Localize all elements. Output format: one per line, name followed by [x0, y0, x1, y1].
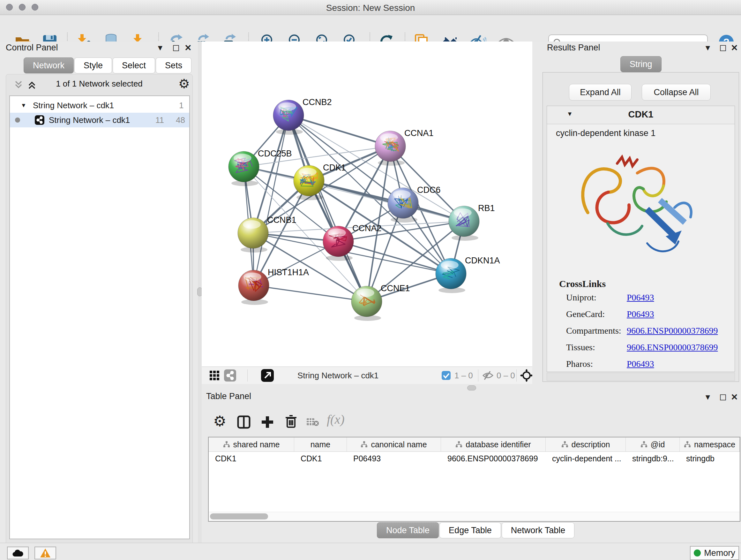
crosslink-link[interactable]: P06493 — [627, 359, 654, 369]
panel-maximize-icon[interactable]: ◻ — [172, 42, 180, 53]
node-label-CCNE1: CCNE1 — [381, 284, 410, 293]
panel-maximize-icon[interactable]: ◻ — [719, 391, 727, 402]
open-in-window-icon[interactable] — [261, 369, 274, 382]
column-header-@id[interactable]: @id — [626, 437, 680, 451]
network-node-CDC25B[interactable]: CDC25B — [228, 149, 292, 186]
table-panel: Table Panel ▼ ◻ ✕ ⚙ f(x) shared namename… — [202, 391, 741, 543]
crosslink-link[interactable]: P06493 — [627, 309, 654, 319]
network-node-HIST1H1A[interactable]: HIST1H1A — [239, 267, 309, 305]
network-title: String Network – cdk1 — [297, 371, 379, 381]
control-panel-title: Control Panel — [6, 43, 58, 53]
function-builder-icon[interactable]: f(x) — [327, 412, 345, 427]
tab-string[interactable]: String — [620, 56, 662, 72]
crosslink-link[interactable]: 9606.ENSP00000378699 — [627, 342, 718, 353]
network-node-CCNE1[interactable]: CCNE1 — [351, 284, 410, 321]
network-node-CDKN1A[interactable]: CDKN1A — [435, 256, 500, 293]
table-panel-title: Table Panel — [206, 391, 251, 401]
panel-close-icon[interactable]: ✕ — [185, 43, 192, 53]
tab-network[interactable]: Network — [23, 57, 74, 73]
tab-edge-table[interactable]: Edge Table — [440, 522, 501, 538]
network-node-RB1[interactable]: RB1 — [449, 203, 495, 241]
node-label-CDK1: CDK1 — [323, 163, 346, 172]
table-cell: 9606.ENSP00000378699 — [441, 451, 546, 465]
status-bar: Memory — [0, 543, 741, 560]
tab-sets[interactable]: Sets — [156, 57, 192, 73]
network-collection-row[interactable]: ▼ String Network – cdk1 1 — [10, 98, 189, 113]
node-label-CDC6: CDC6 — [417, 185, 441, 195]
node-label-CCNA2: CCNA2 — [352, 224, 382, 233]
gene-name: CDK1 — [547, 109, 735, 120]
namespace-tree-icon — [684, 441, 691, 448]
scrollbar-thumb[interactable] — [210, 513, 268, 519]
vertical-splitter-left[interactable] — [198, 42, 202, 543]
collapse-all-button[interactable]: Collapse All — [642, 84, 711, 101]
network-type-share-icon[interactable] — [224, 369, 236, 381]
delete-table-icon[interactable] — [307, 417, 319, 427]
namespace-tree-icon — [561, 441, 568, 448]
crosslink-label: GeneCard: — [566, 309, 605, 319]
delete-column-trash-icon[interactable] — [284, 415, 298, 428]
network-graph[interactable]: CCNB2CCNA1CDC25BCDK1CDC6RB1CCNB1CCNA2CDK… — [202, 42, 532, 367]
network-options-gear-icon[interactable]: ⚙ — [179, 76, 190, 91]
network-tree: ▼ String Network – cdk1 1 String Network… — [9, 96, 190, 539]
table-cell: cyclin-dependent ... — [546, 451, 626, 465]
hidden-eye-icon — [482, 371, 493, 380]
network-row[interactable]: String Network – cdk1 11 48 — [10, 113, 189, 127]
node-label-HIST1H1A: HIST1H1A — [268, 267, 309, 277]
toolbar-separator — [478, 369, 478, 381]
network-node-CCNB1[interactable]: CCNB1 — [238, 215, 296, 253]
warning-icon — [40, 548, 51, 558]
birdseye-grid-icon[interactable] — [209, 370, 219, 381]
selected-checkbox-icon[interactable] — [442, 371, 451, 380]
fit-selected-crosshair-icon[interactable] — [520, 369, 533, 382]
table-cell: stringdb:9... — [626, 451, 680, 465]
protein-structure-image — [569, 144, 710, 274]
results-horizontal-scrollbar[interactable] — [547, 373, 735, 381]
memory-button[interactable]: Memory — [690, 546, 739, 560]
memory-label: Memory — [704, 548, 735, 558]
namespace-tree-icon — [455, 441, 462, 448]
expand-all-button[interactable]: Expand All — [569, 84, 631, 101]
network-state-dot-icon — [15, 118, 20, 123]
crosslink-link[interactable]: P06493 — [627, 293, 654, 303]
tab-network-table[interactable]: Network Table — [502, 522, 575, 538]
collection-caret-icon[interactable]: ▼ — [21, 98, 26, 113]
table-row[interactable]: CDK1CDK1P064939606.ENSP00000378699cyclin… — [209, 451, 740, 465]
table-options-gear-icon[interactable]: ⚙ — [213, 413, 226, 430]
panel-float-icon[interactable]: ▼ — [156, 44, 164, 52]
tab-select[interactable]: Select — [113, 57, 155, 73]
crosslink-link[interactable]: 9606.ENSP00000378699 — [627, 326, 718, 336]
crosslink-label: Compartments: — [566, 326, 621, 335]
splitter-handle[interactable] — [467, 385, 476, 390]
panel-maximize-icon[interactable]: ◻ — [719, 42, 727, 53]
column-header-database-identifier[interactable]: database identifier — [441, 437, 546, 451]
gene-section-header[interactable]: ▼ CDK1 — [547, 106, 735, 124]
column-header-namespace[interactable]: namespace — [680, 437, 740, 451]
column-header-description[interactable]: description — [546, 437, 626, 451]
cloud-button[interactable] — [7, 547, 29, 559]
tab-node-table[interactable]: Node Table — [377, 522, 439, 538]
namespace-tree-icon — [360, 441, 367, 448]
column-header-canonical-name[interactable]: canonical name — [347, 437, 441, 451]
namespace-tree-icon — [641, 441, 648, 448]
crosslink-label: Pharos: — [566, 359, 593, 369]
create-column-plus-icon[interactable] — [260, 415, 274, 429]
panel-close-icon[interactable]: ✕ — [731, 43, 738, 53]
warning-button[interactable] — [35, 547, 56, 559]
network-view[interactable]: CCNB2CCNA1CDC25BCDK1CDC6RB1CCNB1CCNA2CDK… — [202, 42, 532, 367]
panel-float-icon[interactable]: ▼ — [704, 44, 712, 52]
column-header-shared-name[interactable]: shared name — [209, 437, 294, 451]
crosslink-label: Tissues: — [566, 342, 595, 352]
network-node-CCNA2[interactable]: CCNA2 — [323, 224, 382, 261]
panel-float-icon[interactable]: ▼ — [704, 393, 712, 401]
show-columns-icon[interactable] — [237, 415, 251, 429]
crosslink-label: Uniprot: — [566, 293, 596, 302]
network-edge-HIST1H1A-CCNE1 — [254, 286, 367, 301]
column-header-name[interactable]: name — [294, 437, 347, 451]
panel-close-icon[interactable]: ✕ — [731, 392, 738, 402]
network-label: String Network – cdk1 — [49, 113, 130, 127]
tab-style[interactable]: Style — [74, 57, 112, 73]
node-label-CCNA1: CCNA1 — [404, 128, 434, 138]
table-horizontal-scrollbar[interactable] — [209, 512, 740, 521]
gene-description: cyclin-dependent kinase 1 — [556, 128, 656, 138]
